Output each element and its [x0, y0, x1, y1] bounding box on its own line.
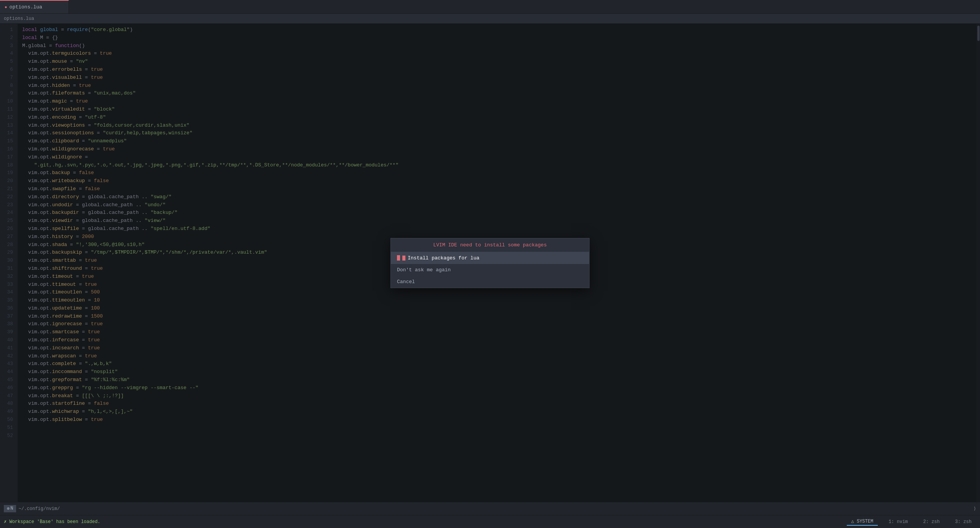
mode-indicator: ⊗ N — [4, 505, 16, 512]
dialog-item-dont-ask[interactable]: Don't ask me again — [391, 264, 589, 276]
workspace-message: ✗ Workspace 'Base' has been loaded. — [4, 519, 100, 525]
dialog-item-cancel[interactable]: Cancel — [391, 276, 589, 288]
vim-mode-n: ⊗ — [7, 506, 10, 512]
dialog-overlay: LVIM IDE need to install some packages I… — [0, 24, 980, 502]
file-bar: options.lua — [0, 14, 980, 24]
file-path: options.lua — [4, 16, 34, 21]
terminal-tab-3[interactable]: 3: zsh — [951, 518, 976, 525]
dialog-body: Install packages for lua Don't ask me ag… — [391, 252, 589, 288]
status-path: ~/.config/nvim/ — [18, 506, 60, 512]
vim-mode-label: N — [10, 506, 13, 512]
editor-area: 1234567891011121314151617181920212223242… — [0, 24, 980, 502]
dialog-item-install[interactable]: Install packages for lua — [391, 252, 589, 264]
tab-filename: options.lua — [10, 4, 42, 10]
install-dialog: LVIM IDE need to install some packages I… — [390, 238, 590, 288]
tab-bar: ● options.lua — [0, 0, 980, 14]
dialog-title: LVIM IDE need to install some packages — [391, 238, 589, 252]
terminal-tab-2[interactable]: 2: zsh — [919, 518, 944, 525]
right-indicator: ⟩ — [973, 506, 976, 512]
status-bar: ⊗ N ~/.config/nvim/ ⟩ — [0, 502, 980, 515]
terminal-tab-system[interactable]: △ SYSTEM — [847, 518, 878, 526]
tab-modified-icon: ● — [5, 5, 7, 10]
terminal-tab-1[interactable]: 1: nvim — [884, 518, 912, 525]
editor-tab[interactable]: ● options.lua — [0, 0, 69, 13]
terminal-bar: ✗ Workspace 'Base' has been loaded. △ SY… — [0, 515, 980, 528]
